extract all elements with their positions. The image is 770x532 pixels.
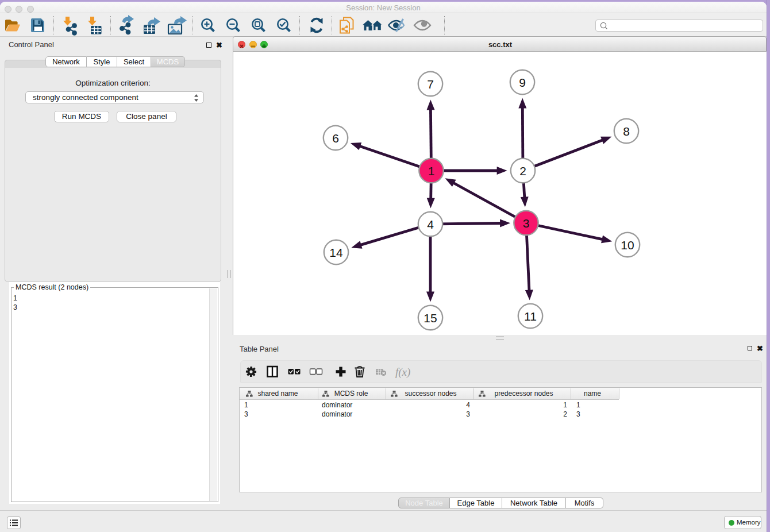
svg-text:8: 8: [623, 125, 630, 138]
svg-text:2: 2: [519, 164, 526, 178]
svg-text:4: 4: [427, 218, 434, 231]
svg-text:6: 6: [332, 132, 339, 145]
svg-text:11: 11: [524, 310, 537, 323]
svg-text:9: 9: [519, 76, 526, 89]
svg-text:10: 10: [621, 238, 634, 252]
svg-text:14: 14: [329, 246, 343, 259]
svg-text:3: 3: [523, 217, 530, 230]
svg-text:1: 1: [428, 164, 435, 178]
svg-text:15: 15: [424, 311, 437, 325]
svg-text:f(x): f(x): [395, 366, 410, 379]
svg-text:7: 7: [427, 78, 434, 91]
